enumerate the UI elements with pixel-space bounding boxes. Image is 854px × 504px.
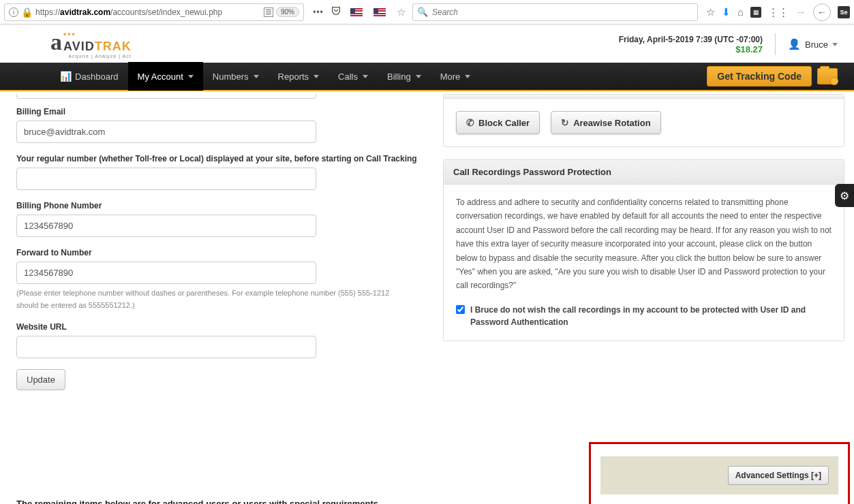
folder-home-icon[interactable] <box>817 68 838 84</box>
downloads-icon[interactable]: ⬇ <box>722 6 731 18</box>
caret-down-icon <box>363 75 368 78</box>
billing-email-input[interactable] <box>16 121 316 143</box>
url-bar[interactable]: i 🔒 https://avidtrak.com/accounts/set/in… <box>4 3 304 21</box>
nav-reports[interactable]: Reports <box>269 62 329 91</box>
regular-number-input[interactable] <box>16 168 316 190</box>
svg-rect-2 <box>266 14 271 14</box>
update-button[interactable]: Update <box>16 369 65 390</box>
regular-number-label: Your regular number (whether Toll-free o… <box>16 154 425 163</box>
website-url-label: Website URL <box>16 322 425 332</box>
gear-icon: ⚙ <box>840 189 849 202</box>
bookmarks-icon[interactable]: ☆ <box>706 6 715 18</box>
library-icon[interactable]: ⋮⋮ <box>768 6 789 18</box>
user-menu[interactable]: 👤 Bruce <box>788 38 838 50</box>
svg-rect-1 <box>266 12 271 12</box>
zoom-badge[interactable]: 90% <box>276 7 299 17</box>
website-url-input[interactable] <box>16 336 316 358</box>
url-text: https://avidtrak.com/accounts/set/index_… <box>35 7 261 17</box>
svg-rect-0 <box>266 10 271 10</box>
billing-phone-input[interactable] <box>16 215 316 237</box>
nav-billing[interactable]: Billing <box>378 62 431 91</box>
advanced-settings-button[interactable]: Advanced Settings [+] <box>728 466 829 485</box>
forward-number-input[interactable] <box>16 262 316 284</box>
dashboard-icon: 📊 <box>60 71 72 82</box>
password-protection-panel: Call Recordings Password Protection To a… <box>443 159 844 341</box>
browser-toolbar: i 🔒 https://avidtrak.com/accounts/set/in… <box>0 0 854 25</box>
nav-numbers[interactable]: Numbers <box>203 62 269 91</box>
browser-search-input[interactable] <box>432 7 693 17</box>
advanced-settings-highlight: Advanced Settings [+] <box>589 442 850 504</box>
phone-block-icon: ✆ <box>466 117 474 128</box>
header-balance: $18.27 <box>619 44 763 54</box>
info-icon[interactable]: i <box>9 7 18 17</box>
disable-protection-label[interactable]: I Bruce do not wish the call recordings … <box>470 304 832 328</box>
browser-search-bar[interactable]: 🔍 <box>412 3 698 21</box>
billing-phone-label: Billing Phone Number <box>16 201 425 210</box>
person-icon: 👤 <box>788 38 801 50</box>
protection-title: Call Recordings Password Protection <box>444 160 844 185</box>
lock-icon: 🔒 <box>21 7 33 18</box>
flag-us-icon <box>350 8 363 16</box>
back-nav-button[interactable]: ← <box>813 3 831 21</box>
forward-help-text: (Please enter telephone number without d… <box>16 287 412 311</box>
block-caller-button[interactable]: ✆ Block Caller <box>456 111 540 134</box>
actions-panel: ✆ Block Caller ↻ Areawise Rotation <box>443 94 844 147</box>
caret-down-icon <box>188 75 194 78</box>
rotation-icon: ↻ <box>561 117 569 128</box>
forward-nav-icon[interactable]: → <box>795 6 806 18</box>
protection-description: To address and adhere to security and co… <box>444 185 844 304</box>
get-tracking-code-button[interactable]: Get Tracking Code <box>707 66 812 86</box>
nav-calls[interactable]: Calls <box>329 62 378 91</box>
caret-down-icon <box>314 75 319 78</box>
logo[interactable]: a ••• AVIDTRAK Acquire | Analyze | Act <box>50 30 132 59</box>
nav-more[interactable]: More <box>431 62 481 91</box>
caret-down-icon <box>254 75 259 78</box>
nav-dashboard[interactable]: 📊 Dashboard <box>50 62 128 91</box>
page-actions-icon[interactable]: ••• <box>313 7 324 17</box>
settings-gear-tab[interactable]: ⚙ <box>835 184 854 207</box>
reader-mode-icon[interactable] <box>264 7 273 17</box>
header-datetime: Friday, April-5-2019 7:39 (UTC -07:00) <box>619 35 763 44</box>
caret-down-icon <box>832 43 838 46</box>
logo-tagline: Acquire | Analyze | Act <box>50 54 132 59</box>
nav-myaccount[interactable]: My Account <box>128 62 203 91</box>
bookmark-star-icon[interactable]: ☆ <box>397 6 406 18</box>
main-nav: 📊 Dashboard My Account Numbers Reports C… <box>0 63 854 91</box>
selenium-icon[interactable]: Se <box>838 6 850 18</box>
forward-number-label: Forward to Number <box>16 248 425 257</box>
caret-down-icon <box>465 75 470 78</box>
caret-down-icon <box>416 75 421 78</box>
advanced-note: The remaining items below are for advanc… <box>16 499 575 504</box>
user-name: Bruce <box>805 40 828 50</box>
qr-icon[interactable]: ▦ <box>750 7 761 18</box>
billing-email-label: Billing Email <box>16 107 425 116</box>
pocket-icon[interactable] <box>331 5 341 18</box>
header-divider <box>775 33 776 55</box>
truncated-previous-field <box>16 94 316 99</box>
home-icon[interactable]: ⌂ <box>737 6 744 18</box>
page-header: a ••• AVIDTRAK Acquire | Analyze | Act F… <box>0 25 854 63</box>
disable-protection-checkbox[interactable] <box>456 305 465 314</box>
areawise-rotation-button[interactable]: ↻ Areawise Rotation <box>551 111 660 134</box>
flag-us-icon-2 <box>373 8 386 16</box>
search-icon: 🔍 <box>417 7 428 17</box>
